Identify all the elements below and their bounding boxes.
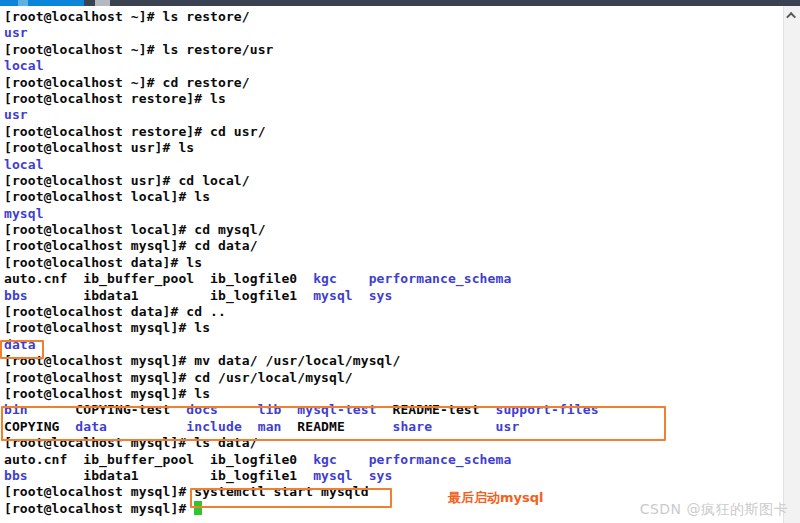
directory-name: usr	[4, 25, 28, 40]
directory-name: data	[4, 337, 36, 352]
terminal-line: [root@localhost ~]# cd restore/	[4, 75, 783, 91]
directory-name: mysql	[313, 288, 353, 303]
directory-name: mysql	[313, 468, 353, 483]
terminal-text: README	[281, 419, 392, 434]
terminal-line: data	[4, 337, 783, 353]
terminal-text: README-test	[377, 402, 496, 417]
terminal-text: [root@localhost ~]# cd restore/	[4, 75, 250, 90]
terminal-text	[281, 402, 297, 417]
directory-name: data	[75, 419, 107, 434]
terminal-output-area[interactable]: [root@localhost ~]# ls restore/usr[root@…	[0, 6, 783, 523]
directory-name: lib	[258, 402, 282, 417]
terminal-line: bin COPYING-test docs lib mysql-test REA…	[4, 402, 783, 418]
terminal-line: usr	[4, 107, 783, 123]
scrollbar-up-button[interactable]	[784, 6, 800, 24]
terminal-line: [root@localhost local]# cd mysql/	[4, 222, 783, 238]
terminal-text: [root@localhost mysql]# ls data/	[4, 435, 258, 450]
terminal-text: [root@localhost ~]# ls restore/	[4, 9, 250, 24]
csdn-watermark: CSDN @疯狂的斯图卡	[640, 501, 788, 519]
terminal-line: [root@localhost usr]# cd local/	[4, 173, 783, 189]
terminal-cursor	[194, 501, 202, 515]
terminal-text: COPYING	[4, 419, 75, 434]
terminal-text: auto.cnf ib_buffer_pool ib_logfile0	[4, 271, 313, 286]
directory-name: kgc	[313, 271, 337, 286]
terminal-text: ibdata1 ib_logfile1	[28, 468, 313, 483]
directory-name: bbs	[4, 468, 28, 483]
chevron-up-icon	[786, 11, 796, 21]
terminal-text: [root@localhost local]# cd mysql/	[4, 222, 266, 237]
directory-name: man	[258, 419, 282, 434]
terminal-text: COPYING-test	[28, 402, 187, 417]
directory-name: usr	[4, 107, 28, 122]
terminal-line: usr	[4, 25, 783, 41]
terminal-line: [root@localhost restore]# ls	[4, 91, 783, 107]
terminal-line: [root@localhost ~]# ls restore/usr	[4, 42, 783, 58]
terminal-line: [root@localhost local]# ls	[4, 189, 783, 205]
terminal-text	[353, 468, 369, 483]
directory-name: support-files	[496, 402, 599, 417]
annotation-start-mysql: 最后启动mysql	[448, 489, 544, 507]
terminal-text: auto.cnf ib_buffer_pool ib_logfile0	[4, 452, 313, 467]
terminal-text: [root@localhost mysql]#	[4, 501, 194, 516]
terminal-text: [root@localhost restore]# ls	[4, 91, 226, 106]
terminal-text: [root@localhost usr]# ls	[4, 140, 194, 155]
directory-name: kgc	[313, 452, 337, 467]
terminal-text: [root@localhost data]# ls	[4, 255, 202, 270]
terminal-text: [root@localhost mysql]# cd data/	[4, 238, 258, 253]
directory-name: mysql	[4, 206, 44, 221]
terminal-line: bbs ibdata1 ib_logfile1 mysql sys	[4, 288, 783, 304]
terminal-line: [root@localhost mysql]# mv data/ /usr/lo…	[4, 353, 783, 369]
terminal-line: [root@localhost mysql]# cd data/	[4, 238, 783, 254]
terminal-text	[337, 452, 369, 467]
directory-name: include	[186, 419, 242, 434]
terminal-text: [root@localhost local]# ls	[4, 189, 210, 204]
directory-name: mysql-test	[297, 402, 376, 417]
terminal-text: [root@localhost mysql]# systemctl start …	[4, 484, 369, 499]
directory-name: sys	[369, 468, 393, 483]
directory-name: performance_schema	[369, 452, 512, 467]
terminal-line: [root@localhost mysql]# ls data/	[4, 435, 783, 451]
terminal-text: [root@localhost ~]# ls restore/usr	[4, 42, 274, 57]
terminal-text: [root@localhost data]# cd ..	[4, 304, 226, 319]
terminal-line: auto.cnf ib_buffer_pool ib_logfile0 kgc …	[4, 452, 783, 468]
terminal-line: auto.cnf ib_buffer_pool ib_logfile0 kgc …	[4, 271, 783, 287]
terminal-text	[107, 419, 186, 434]
terminal-text: [root@localhost restore]# cd usr/	[4, 124, 266, 139]
vertical-scrollbar[interactable]	[783, 6, 800, 523]
terminal-line: bbs ibdata1 ib_logfile1 mysql sys	[4, 468, 783, 484]
terminal-line: mysql	[4, 206, 783, 222]
terminal-text	[353, 288, 369, 303]
terminal-line: [root@localhost data]# cd ..	[4, 304, 783, 320]
terminal-text: [root@localhost mysql]# ls	[4, 320, 210, 335]
directory-name: bin	[4, 402, 28, 417]
terminal-text	[432, 419, 495, 434]
terminal-line: [root@localhost mysql]# ls	[4, 386, 783, 402]
terminal-text: [root@localhost mysql]# ls	[4, 386, 210, 401]
terminal-line: [root@localhost usr]# ls	[4, 140, 783, 156]
terminal-text: [root@localhost mysql]# mv data/ /usr/lo…	[4, 353, 400, 368]
directory-name: bbs	[4, 288, 28, 303]
terminal-line: COPYING data include man README share us…	[4, 419, 783, 435]
terminal-text: [root@localhost mysql]# cd /usr/local/my…	[4, 370, 353, 385]
directory-name: local	[4, 58, 44, 73]
terminal-line: [root@localhost ~]# ls restore/	[4, 9, 783, 25]
terminal-line: local	[4, 58, 783, 74]
terminal-text: [root@localhost usr]# cd local/	[4, 173, 250, 188]
directory-name: sys	[369, 288, 393, 303]
terminal-text: ibdata1 ib_logfile1	[28, 288, 313, 303]
terminal-line: [root@localhost mysql]# systemctl start …	[4, 484, 783, 500]
directory-name: local	[4, 157, 44, 172]
directory-name: usr	[496, 419, 520, 434]
terminal-line: local	[4, 157, 783, 173]
terminal-line: [root@localhost restore]# cd usr/	[4, 124, 783, 140]
terminal-line: [root@localhost mysql]# ls	[4, 320, 783, 336]
terminal-line: [root@localhost data]# ls	[4, 255, 783, 271]
directory-name: performance_schema	[369, 271, 512, 286]
directory-name: share	[392, 419, 432, 434]
directory-name: docs	[186, 402, 218, 417]
terminal-line: [root@localhost mysql]# cd /usr/local/my…	[4, 370, 783, 386]
terminal-text	[218, 402, 258, 417]
terminal-text	[242, 419, 258, 434]
terminal-text	[337, 271, 369, 286]
